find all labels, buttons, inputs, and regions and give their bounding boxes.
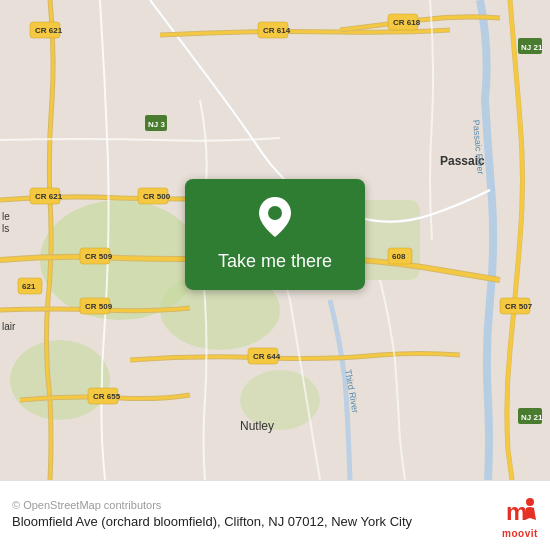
svg-text:CR 655: CR 655	[93, 392, 121, 401]
moovit-text-label: moovit	[502, 528, 538, 539]
svg-text:CR 509: CR 509	[85, 252, 113, 261]
bottom-info-bar: © OpenStreetMap contributors Bloomfield …	[0, 480, 550, 550]
svg-text:le: le	[2, 211, 10, 222]
svg-text:CR 618: CR 618	[393, 18, 421, 27]
map-view[interactable]: CR 614 CR 618 CR 621 CR 621 621 NJ 3 CR …	[0, 0, 550, 480]
svg-text:lair: lair	[2, 321, 16, 332]
moovit-logo: m moovit	[502, 492, 538, 539]
svg-text:CR 509: CR 509	[85, 302, 113, 311]
address-label: Bloomfield Ave (orchard bloomfield), Cli…	[12, 513, 492, 531]
svg-point-43	[268, 206, 282, 220]
svg-text:CR 500: CR 500	[143, 192, 171, 201]
svg-text:608: 608	[392, 252, 406, 261]
svg-text:CR 644: CR 644	[253, 352, 281, 361]
take-me-there-overlay[interactable]: Take me there	[185, 179, 365, 290]
svg-text:CR 614: CR 614	[263, 26, 291, 35]
svg-text:CR 621: CR 621	[35, 192, 63, 201]
svg-text:NJ 21: NJ 21	[521, 43, 543, 52]
svg-text:CR 621: CR 621	[35, 26, 63, 35]
osm-attribution: © OpenStreetMap contributors	[12, 499, 492, 511]
svg-text:Nutley: Nutley	[240, 419, 274, 433]
take-me-there-button[interactable]: Take me there	[218, 251, 332, 272]
location-pin-icon	[259, 197, 291, 243]
svg-text:NJ 21: NJ 21	[521, 413, 543, 422]
svg-text:621: 621	[22, 282, 36, 291]
svg-text:ls: ls	[2, 223, 9, 234]
svg-text:m: m	[506, 498, 527, 525]
svg-point-4	[10, 340, 110, 420]
svg-text:CR 507: CR 507	[505, 302, 533, 311]
svg-text:NJ 3: NJ 3	[148, 120, 165, 129]
svg-point-46	[526, 498, 534, 506]
